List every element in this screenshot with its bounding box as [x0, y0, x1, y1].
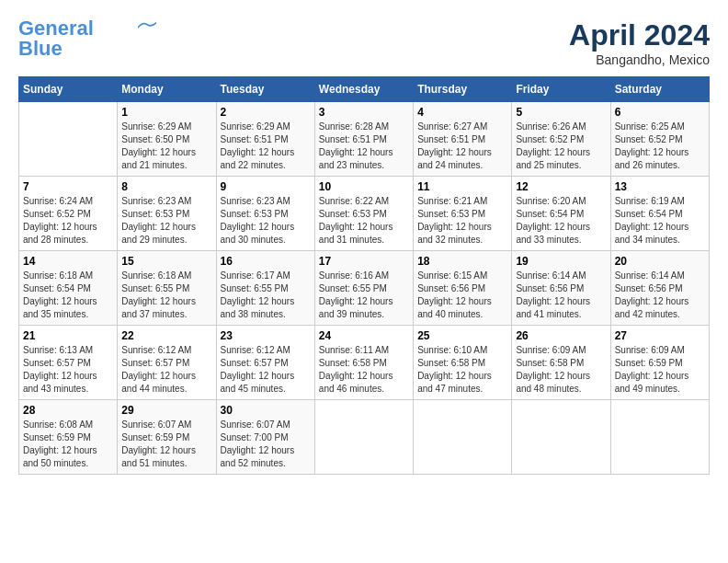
logo-text: General — [18, 18, 94, 39]
logo: General Blue — [18, 18, 156, 59]
day-info: Sunrise: 6:15 AM Sunset: 6:56 PM Dayligh… — [417, 270, 507, 321]
calendar-day-cell: 30Sunrise: 6:07 AM Sunset: 7:00 PM Dayli… — [216, 400, 314, 475]
day-number: 20 — [615, 255, 705, 268]
page-header: General Blue April 2024 Bangandho, Mexic… — [18, 18, 710, 67]
calendar-day-cell: 24Sunrise: 6:11 AM Sunset: 6:58 PM Dayli… — [314, 326, 413, 400]
weekday-header-cell: Sunday — [19, 77, 118, 102]
day-number: 15 — [121, 255, 211, 268]
day-info: Sunrise: 6:14 AM Sunset: 6:56 PM Dayligh… — [516, 270, 606, 321]
day-info: Sunrise: 6:17 AM Sunset: 6:55 PM Dayligh… — [221, 270, 311, 321]
day-number: 29 — [121, 404, 211, 417]
day-number: 3 — [319, 106, 409, 119]
day-number: 16 — [221, 255, 311, 268]
calendar-week-row: 21Sunrise: 6:13 AM Sunset: 6:57 PM Dayli… — [19, 326, 710, 400]
calendar-week-row: 14Sunrise: 6:18 AM Sunset: 6:54 PM Dayli… — [19, 251, 710, 326]
weekday-header-cell: Tuesday — [216, 77, 314, 102]
calendar-day-cell: 26Sunrise: 6:09 AM Sunset: 6:58 PM Dayli… — [512, 326, 610, 400]
calendar-day-cell: 10Sunrise: 6:22 AM Sunset: 6:53 PM Dayli… — [314, 177, 413, 251]
day-info: Sunrise: 6:14 AM Sunset: 6:56 PM Dayligh… — [615, 270, 705, 321]
day-number: 22 — [121, 329, 211, 342]
calendar-week-row: 1Sunrise: 6:29 AM Sunset: 6:50 PM Daylig… — [19, 102, 710, 177]
day-number: 8 — [121, 180, 211, 193]
calendar-day-cell: 4Sunrise: 6:27 AM Sunset: 6:51 PM Daylig… — [414, 102, 512, 177]
day-info: Sunrise: 6:24 AM Sunset: 6:52 PM Dayligh… — [23, 195, 113, 247]
calendar-day-cell: 6Sunrise: 6:25 AM Sunset: 6:52 PM Daylig… — [610, 102, 709, 177]
day-info: Sunrise: 6:26 AM Sunset: 6:52 PM Dayligh… — [516, 121, 606, 172]
logo-blue-text: Blue — [18, 39, 63, 59]
day-number: 23 — [221, 329, 311, 342]
day-info: Sunrise: 6:09 AM Sunset: 6:58 PM Dayligh… — [516, 344, 606, 396]
weekday-header-cell: Wednesday — [314, 77, 413, 102]
day-number: 14 — [23, 255, 113, 268]
logo-bird-icon — [138, 21, 156, 34]
weekday-header-cell: Friday — [512, 77, 610, 102]
day-number: 19 — [516, 255, 606, 268]
day-number: 6 — [615, 106, 705, 119]
day-number: 4 — [417, 106, 507, 119]
weekday-header-cell: Thursday — [414, 77, 512, 102]
calendar-day-cell: 18Sunrise: 6:15 AM Sunset: 6:56 PM Dayli… — [414, 251, 512, 326]
calendar-day-cell: 25Sunrise: 6:10 AM Sunset: 6:58 PM Dayli… — [414, 326, 512, 400]
day-number: 11 — [417, 180, 507, 193]
calendar-day-cell: 1Sunrise: 6:29 AM Sunset: 6:50 PM Daylig… — [118, 102, 216, 177]
day-number: 1 — [121, 106, 211, 119]
day-info: Sunrise: 6:25 AM Sunset: 6:52 PM Dayligh… — [615, 121, 705, 172]
day-info: Sunrise: 6:28 AM Sunset: 6:51 PM Dayligh… — [319, 121, 409, 172]
day-info: Sunrise: 6:07 AM Sunset: 6:59 PM Dayligh… — [121, 419, 211, 470]
day-number: 24 — [319, 329, 409, 342]
day-number: 10 — [319, 180, 409, 193]
day-info: Sunrise: 6:29 AM Sunset: 6:50 PM Dayligh… — [121, 121, 211, 172]
calendar-day-cell: 3Sunrise: 6:28 AM Sunset: 6:51 PM Daylig… — [314, 102, 413, 177]
day-info: Sunrise: 6:23 AM Sunset: 6:53 PM Dayligh… — [121, 195, 211, 247]
day-number: 27 — [615, 329, 705, 342]
calendar-day-cell: 23Sunrise: 6:12 AM Sunset: 6:57 PM Dayli… — [216, 326, 314, 400]
calendar-day-cell: 15Sunrise: 6:18 AM Sunset: 6:55 PM Dayli… — [118, 251, 216, 326]
calendar-day-cell: 29Sunrise: 6:07 AM Sunset: 6:59 PM Dayli… — [118, 400, 216, 475]
calendar-day-cell: 8Sunrise: 6:23 AM Sunset: 6:53 PM Daylig… — [118, 177, 216, 251]
day-number: 28 — [23, 404, 113, 417]
calendar-day-cell: 5Sunrise: 6:26 AM Sunset: 6:52 PM Daylig… — [512, 102, 610, 177]
location: Bangandho, Mexico — [569, 52, 710, 67]
calendar-day-cell: 19Sunrise: 6:14 AM Sunset: 6:56 PM Dayli… — [512, 251, 610, 326]
day-info: Sunrise: 6:27 AM Sunset: 6:51 PM Dayligh… — [417, 121, 507, 172]
day-info: Sunrise: 6:21 AM Sunset: 6:53 PM Dayligh… — [417, 195, 507, 247]
month-title: April 2024 — [569, 18, 710, 52]
day-number: 5 — [516, 106, 606, 119]
day-info: Sunrise: 6:22 AM Sunset: 6:53 PM Dayligh… — [319, 195, 409, 247]
calendar-day-cell — [314, 400, 413, 475]
day-number: 17 — [319, 255, 409, 268]
day-info: Sunrise: 6:10 AM Sunset: 6:58 PM Dayligh… — [417, 344, 507, 396]
calendar-day-cell — [610, 400, 709, 475]
calendar-day-cell: 20Sunrise: 6:14 AM Sunset: 6:56 PM Dayli… — [610, 251, 709, 326]
day-info: Sunrise: 6:09 AM Sunset: 6:59 PM Dayligh… — [615, 344, 705, 396]
day-info: Sunrise: 6:19 AM Sunset: 6:54 PM Dayligh… — [615, 195, 705, 247]
day-info: Sunrise: 6:18 AM Sunset: 6:54 PM Dayligh… — [23, 270, 113, 321]
calendar-body: 1Sunrise: 6:29 AM Sunset: 6:50 PM Daylig… — [19, 102, 710, 475]
day-info: Sunrise: 6:23 AM Sunset: 6:53 PM Dayligh… — [221, 195, 311, 247]
weekday-header-cell: Saturday — [610, 77, 709, 102]
day-number: 25 — [417, 329, 507, 342]
calendar-day-cell — [19, 102, 118, 177]
calendar-day-cell: 21Sunrise: 6:13 AM Sunset: 6:57 PM Dayli… — [19, 326, 118, 400]
calendar-day-cell — [512, 400, 610, 475]
weekday-header-row: SundayMondayTuesdayWednesdayThursdayFrid… — [19, 77, 710, 102]
calendar-day-cell: 9Sunrise: 6:23 AM Sunset: 6:53 PM Daylig… — [216, 177, 314, 251]
weekday-header-cell: Monday — [118, 77, 216, 102]
day-info: Sunrise: 6:16 AM Sunset: 6:55 PM Dayligh… — [319, 270, 409, 321]
day-info: Sunrise: 6:07 AM Sunset: 7:00 PM Dayligh… — [221, 419, 311, 470]
calendar-week-row: 7Sunrise: 6:24 AM Sunset: 6:52 PM Daylig… — [19, 177, 710, 251]
day-number: 18 — [417, 255, 507, 268]
calendar-day-cell: 7Sunrise: 6:24 AM Sunset: 6:52 PM Daylig… — [19, 177, 118, 251]
day-number: 13 — [615, 180, 705, 193]
day-info: Sunrise: 6:29 AM Sunset: 6:51 PM Dayligh… — [221, 121, 311, 172]
calendar-day-cell: 14Sunrise: 6:18 AM Sunset: 6:54 PM Dayli… — [19, 251, 118, 326]
day-info: Sunrise: 6:13 AM Sunset: 6:57 PM Dayligh… — [23, 344, 113, 396]
calendar-day-cell: 17Sunrise: 6:16 AM Sunset: 6:55 PM Dayli… — [314, 251, 413, 326]
calendar-week-row: 28Sunrise: 6:08 AM Sunset: 6:59 PM Dayli… — [19, 400, 710, 475]
calendar-day-cell: 28Sunrise: 6:08 AM Sunset: 6:59 PM Dayli… — [19, 400, 118, 475]
calendar-day-cell: 12Sunrise: 6:20 AM Sunset: 6:54 PM Dayli… — [512, 177, 610, 251]
calendar-day-cell: 27Sunrise: 6:09 AM Sunset: 6:59 PM Dayli… — [610, 326, 709, 400]
calendar-table: SundayMondayTuesdayWednesdayThursdayFrid… — [18, 76, 710, 475]
calendar-day-cell: 22Sunrise: 6:12 AM Sunset: 6:57 PM Dayli… — [118, 326, 216, 400]
calendar-day-cell: 2Sunrise: 6:29 AM Sunset: 6:51 PM Daylig… — [216, 102, 314, 177]
